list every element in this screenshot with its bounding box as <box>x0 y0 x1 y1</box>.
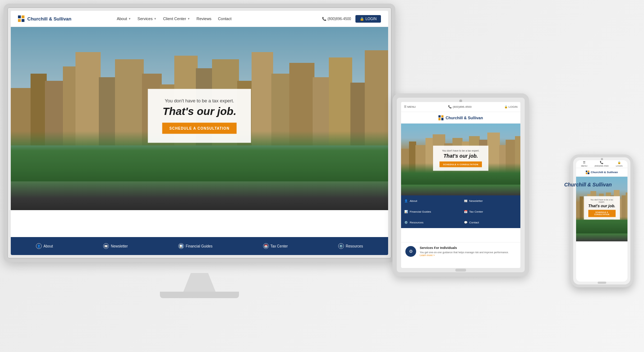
tablet-services-link[interactable]: Learn more > <box>405 254 516 256</box>
logo-cell-3 <box>18 19 21 22</box>
tablet-home-button[interactable] <box>455 269 466 272</box>
tablet-nav-about[interactable]: 👤 About <box>401 196 461 206</box>
hero-subtitle: You don't have to be a tax expert. <box>162 98 236 103</box>
about-arrow: ▼ <box>128 17 131 20</box>
tablet-services-content: Services For Individuals You get one-on-… <box>405 246 516 256</box>
tablet-logo-cell-3 <box>438 118 441 120</box>
logo-cell-1 <box>18 15 21 18</box>
phone-menu-icon: ☰ <box>583 161 585 164</box>
phone-body: ☰ MENU 📞 (800)896-4500 🔒 LOGIN <box>570 154 633 287</box>
footer-newsletter[interactable]: 📰 Newsletter <box>103 243 128 249</box>
phone-hero-subtitle: You don't have to be a tax expert. <box>588 199 616 203</box>
scene: Churchill & Sullivan About ▼ Services ▼ … <box>0 0 644 352</box>
tablet-hero-content: You don't have to be a tax expert. That'… <box>433 146 488 171</box>
tablet-brand-name: Churchill & Sullivan <box>446 116 483 120</box>
logo-cell-4 <box>22 19 24 22</box>
tablet-cta-btn[interactable]: SCHEDULE A CONSULTATION <box>440 162 482 167</box>
monitor-base <box>160 292 239 298</box>
tablet-hero-subtitle: You don't have to be a tax expert. <box>440 149 482 152</box>
resources-icon: ⚙️ <box>338 243 344 249</box>
desktop-nav-right: 📞 (800)896-4500 🔒 LOGIN <box>322 15 381 23</box>
phone-logo-area[interactable]: Churchill & Sullivan <box>576 168 627 177</box>
phone-logo-cell-1 <box>586 171 588 172</box>
tablet-device: ☰ MENU 📞 (800)896-4500 🔒 LOGIN <box>392 93 529 277</box>
tablet-services: ⚙ Services For Individuals You get one-o… <box>401 242 520 260</box>
phone-logo-cell-4 <box>588 172 589 174</box>
phone-device: ☰ MENU 📞 (800)896-4500 🔒 LOGIN <box>570 154 633 287</box>
desktop-monitor: Churchill & Sullivan About ▼ Services ▼ … <box>4 4 395 298</box>
tablet-services-desc: You get one-on-one guidance that helps m… <box>405 251 516 254</box>
desktop-nav-links: About ▼ Services ▼ Client Center ▼ Revie… <box>117 17 231 21</box>
phone-cta-btn[interactable]: SCHEDULE A CONSULTATION <box>588 210 616 217</box>
tablet-logo-cell-2 <box>441 115 443 117</box>
desktop-brand-name: Churchill & Sullivan <box>27 16 72 22</box>
footer-about[interactable]: 👤 About <box>36 243 53 249</box>
nav-services[interactable]: Services ▼ <box>138 17 157 21</box>
phone-call-icon: 📞 <box>600 161 603 164</box>
tablet-financial-icon: 📊 <box>404 210 408 213</box>
phone-logo-cell-2 <box>588 171 589 172</box>
newsletter-icon: 📰 <box>103 243 109 249</box>
hero-content-box: You don't have to be a tax expert. That'… <box>148 89 251 143</box>
tax-center-icon: 📅 <box>263 243 269 249</box>
tablet-nav-tax[interactable]: 📅 Tax Center <box>461 207 520 217</box>
phone-logo-grid <box>586 171 589 174</box>
phone-hero-content: You don't have to be a tax expert. That'… <box>584 196 620 219</box>
footer-financial-guides[interactable]: 📊 Financial Guides <box>178 243 212 249</box>
desktop-nav: Churchill & Sullivan About ▼ Services ▼ … <box>11 11 388 27</box>
financial-guides-icon: 📊 <box>178 243 184 249</box>
about-icon: 👤 <box>36 243 42 249</box>
desktop-logo[interactable]: Churchill & Sullivan <box>18 15 72 22</box>
tablet-menu[interactable]: ☰ MENU <box>404 105 416 108</box>
nav-about[interactable]: About ▼ <box>117 17 131 21</box>
tablet-logo-cell-1 <box>438 115 441 117</box>
footer-tax-center[interactable]: 📅 Tax Center <box>263 243 288 249</box>
tablet-logo-cell-4 <box>441 118 443 120</box>
phone-home-button[interactable] <box>598 282 606 284</box>
phone-phone-item[interactable]: 📞 (800)896-4500 <box>594 161 608 167</box>
client-center-arrow: ▼ <box>187 17 190 20</box>
tablet-nav-financial[interactable]: 📊 Financial Guides <box>401 207 461 217</box>
logo-cell-2 <box>22 15 24 18</box>
tablet-nav-newsletter[interactable]: 📰 Newsletter <box>461 196 520 206</box>
phone-login-item[interactable]: 🔒 LOGIN <box>616 161 622 167</box>
monitor-body: Churchill & Sullivan About ▼ Services ▼ … <box>4 4 395 262</box>
phone-topbar: ☰ MENU 📞 (800)896-4500 🔒 LOGIN <box>576 160 627 168</box>
phone-menu-item[interactable]: ☰ MENU <box>581 161 588 167</box>
monitor-screen: Churchill & Sullivan About ▼ Services ▼ … <box>11 11 388 255</box>
tablet-nav-contact[interactable]: 💬 Contact <box>461 217 520 228</box>
desktop-hero: You don't have to be a tax expert. That'… <box>11 27 388 210</box>
tablet-hero-title: That's our job. <box>440 153 482 159</box>
desktop-footer-nav: 👤 About 📰 Newsletter 📊 Financial Guides … <box>11 237 388 255</box>
phone-brand-name: Churchill & Sullivan <box>591 171 618 174</box>
phone-hero-title: That's our job. <box>588 204 616 208</box>
nav-contact[interactable]: Contact <box>218 17 231 21</box>
phone-screen: ☰ MENU 📞 (800)896-4500 🔒 LOGIN <box>576 160 627 282</box>
nav-reviews[interactable]: Reviews <box>197 17 212 21</box>
tablet-hero-bg: You don't have to be a tax expert. That'… <box>401 124 520 195</box>
tablet-contact-icon: 💬 <box>464 221 468 224</box>
services-arrow: ▼ <box>154 17 157 20</box>
tablet-body: ☰ MENU 📞 (800)896-4500 🔒 LOGIN <box>392 93 529 277</box>
tablet-about-icon: 👤 <box>404 199 408 203</box>
tablet-topbar: ☰ MENU 📞 (800)896-4500 🔒 LOGIN <box>401 102 520 112</box>
nav-client-center[interactable]: Client Center ▼ <box>163 17 190 21</box>
desktop-login-btn[interactable]: 🔒 LOGIN <box>355 15 381 23</box>
hero-title: That's our job. <box>162 105 236 117</box>
tablet-logo-grid <box>438 115 443 120</box>
tablet-hero: You don't have to be a tax expert. That'… <box>401 124 520 195</box>
tablet-newsletter-icon: 📰 <box>464 199 468 203</box>
desktop-cta-button[interactable]: SCHEDULE A CONSULTATION <box>162 123 236 134</box>
tablet-tax-icon: 📅 <box>464 210 468 213</box>
tablet-logo-area[interactable]: Churchill & Sullivan <box>401 112 520 124</box>
tablet-login[interactable]: 🔒 LOGIN <box>504 105 518 108</box>
services-gear-icon: ⚙ <box>405 246 416 257</box>
footer-resources[interactable]: ⚙️ Resources <box>338 243 363 249</box>
phone-logo-cell-3 <box>586 172 588 174</box>
tablet-phone: 📞 (800)896-4500 <box>448 105 472 108</box>
tablet-services-title: Services For Individuals <box>405 246 516 250</box>
tablet-screen: ☰ MENU 📞 (800)896-4500 🔒 LOGIN <box>401 102 520 268</box>
tablet-nav-resources[interactable]: ⚙️ Resources <box>401 217 461 228</box>
tablet-resources-icon: ⚙️ <box>404 221 408 224</box>
desktop-phone: 📞 (800)896-4500 <box>322 17 351 21</box>
